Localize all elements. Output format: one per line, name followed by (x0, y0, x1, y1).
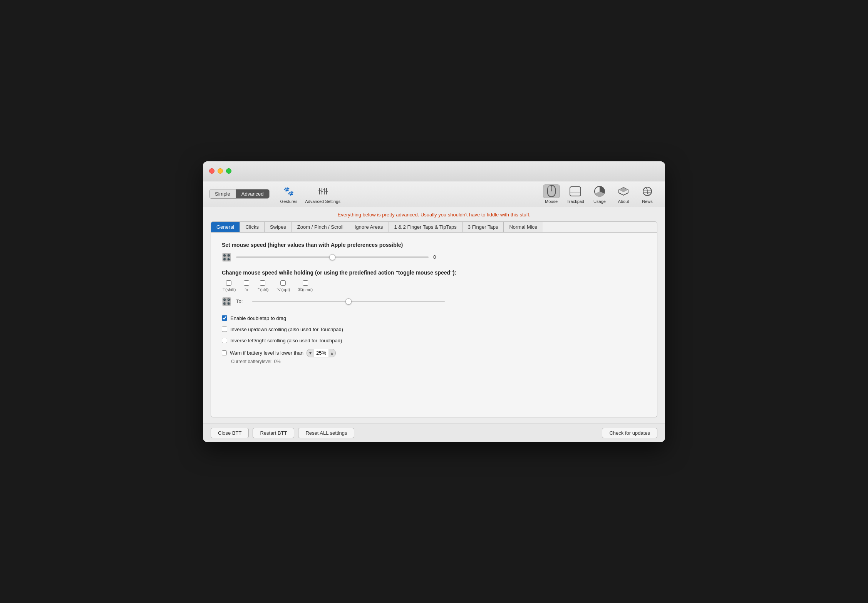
shift-label: ⇧(shift) (222, 287, 236, 292)
opt-label: ⌥(opt) (276, 287, 290, 292)
battery-warn-row: Warn if battery level is lower than ▾ 25… (222, 349, 646, 357)
ctrl-label: ⌃(ctrl) (257, 287, 269, 292)
about-icon (615, 184, 632, 198)
usage-label: Usage (593, 199, 606, 204)
close-button[interactable] (209, 168, 214, 174)
stepper-up-button[interactable]: ▴ (328, 349, 335, 357)
simple-mode-button[interactable]: Simple (209, 189, 236, 198)
gestures-icon-group[interactable]: 🐾 Gestures (280, 184, 298, 204)
battery-stepper: ▾ 25% ▴ (307, 349, 336, 357)
to-speed-row: 🎛️ To: (222, 297, 646, 306)
battery-value: 25% (314, 349, 328, 357)
mouse-speed-row: 🎛️ 0 (222, 253, 646, 262)
svg-rect-6 (323, 189, 325, 190)
svg-rect-11 (570, 187, 581, 196)
modifier-fn: fn (244, 280, 249, 292)
battery-current-row: Current batterylevel: 0% (231, 359, 646, 364)
opt-checkbox[interactable] (280, 280, 286, 286)
tab-taps-3[interactable]: 3 Finger Taps (462, 222, 504, 232)
mode-buttons: Simple Advanced (209, 189, 270, 199)
cmd-checkbox[interactable] (303, 280, 308, 286)
ctrl-checkbox[interactable] (260, 280, 265, 286)
advanced-settings-icon (314, 184, 331, 198)
tab-zoom[interactable]: Zoom / Pinch / Scroll (292, 222, 349, 232)
maximize-button[interactable] (226, 168, 231, 174)
mouse-icon-group[interactable]: Mouse (543, 184, 560, 204)
tab-swipes[interactable]: Swipes (265, 222, 292, 232)
fn-label: fn (245, 287, 248, 292)
restart-btt-button[interactable]: Restart BTT (253, 428, 294, 438)
about-label: About (618, 199, 629, 204)
svg-rect-10 (548, 185, 551, 191)
trackpad-icon (567, 184, 584, 198)
tabs-bar: General Clicks Swipes Zoom / Pinch / Scr… (211, 221, 657, 233)
change-speed-title: Change mouse speed while holding (or usi… (222, 270, 646, 276)
traffic-lights (209, 168, 231, 174)
battery-current-label: Current batterylevel: (231, 359, 273, 364)
speedometer-icon: 🎛️ (222, 253, 231, 262)
content-area: Everything below is pretty advanced. Usu… (203, 207, 665, 424)
svg-rect-0 (319, 188, 320, 194)
inverse-leftright-label: Inverse left/right scrolling (also used … (230, 338, 342, 343)
advanced-settings-label: Advanced Settings (305, 199, 340, 204)
gestures-icon: 🐾 (280, 184, 297, 198)
modifier-keys: ⇧(shift) fn ⌃(ctrl) ⌥(opt) (222, 280, 646, 292)
doubletap-row: Enable doubletap to drag (222, 315, 646, 321)
title-bar (203, 161, 665, 181)
panel-general: Set mouse speed (higher values than with… (211, 233, 657, 417)
mouse-icon (543, 184, 560, 198)
news-icon-group[interactable]: News (639, 184, 656, 204)
svg-rect-4 (318, 190, 321, 191)
close-btt-button[interactable]: Close BTT (211, 428, 249, 438)
battery-current-value: 0% (274, 359, 280, 364)
advanced-mode-button[interactable]: Advanced (236, 189, 269, 198)
speedometer2-icon: 🎛️ (222, 297, 231, 306)
gestures-label: Gestures (280, 199, 298, 204)
mouse-speed-slider[interactable] (236, 256, 429, 258)
to-label: To: (236, 298, 248, 304)
modifier-opt: ⌥(opt) (276, 280, 290, 292)
stepper-down-button[interactable]: ▾ (307, 349, 314, 357)
fn-checkbox[interactable] (244, 280, 249, 286)
doubletap-checkbox[interactable] (222, 315, 227, 321)
reset-settings-button[interactable]: Reset ALL settings (298, 428, 354, 438)
check-updates-button[interactable]: Check for updates (602, 428, 657, 438)
minimize-button[interactable] (218, 168, 223, 174)
news-label: News (642, 199, 653, 204)
modifier-ctrl: ⌃(ctrl) (257, 280, 269, 292)
mouse-label: Mouse (545, 199, 558, 204)
usage-icon-group[interactable]: Usage (591, 184, 608, 204)
svg-rect-2 (324, 188, 325, 194)
modifier-shift: ⇧(shift) (222, 280, 236, 292)
usage-icon (591, 184, 608, 198)
toolbar: Simple Advanced 🐾 Gestures Advanc (203, 181, 665, 207)
advanced-settings-icon-group[interactable]: Advanced Settings (305, 184, 340, 204)
main-window: Simple Advanced 🐾 Gestures Advanc (203, 161, 665, 442)
right-icons: Mouse Trackpad (540, 184, 659, 204)
tab-general[interactable]: General (211, 222, 240, 232)
svg-rect-5 (321, 191, 323, 192)
shift-checkbox[interactable] (226, 280, 231, 286)
inverse-updown-row: Inverse up/down scrolling (also used for… (222, 327, 646, 332)
about-icon-group[interactable]: About (615, 184, 632, 204)
tab-clicks[interactable]: Clicks (240, 222, 265, 232)
mouse-speed-title: Set mouse speed (higher values than with… (222, 242, 646, 248)
battery-warn-checkbox[interactable] (222, 350, 227, 355)
cmd-label: ⌘(cmd) (298, 287, 313, 292)
mouse-speed-value: 0 (433, 254, 441, 260)
trackpad-label: Trackpad (567, 199, 584, 204)
to-speed-slider[interactable] (252, 301, 445, 302)
bottom-bar: Close BTT Restart BTT Reset ALL settings… (203, 424, 665, 442)
tab-normal-mice[interactable]: Normal Mice (504, 222, 543, 232)
news-icon (639, 184, 656, 198)
svg-rect-7 (325, 191, 328, 192)
doubletap-label: Enable doubletap to drag (230, 315, 286, 321)
inverse-leftright-checkbox[interactable] (222, 338, 227, 343)
inverse-updown-checkbox[interactable] (222, 327, 227, 332)
tab-ignore[interactable]: Ignore Areas (349, 222, 389, 232)
trackpad-icon-group[interactable]: Trackpad (567, 184, 584, 204)
inverse-leftright-row: Inverse left/right scrolling (also used … (222, 338, 646, 343)
warning-text: Everything below is pretty advanced. Usu… (211, 212, 657, 218)
tab-taps-1-2[interactable]: 1 & 2 Finger Taps & TipTaps (389, 222, 462, 232)
inverse-updown-label: Inverse up/down scrolling (also used for… (230, 327, 343, 332)
